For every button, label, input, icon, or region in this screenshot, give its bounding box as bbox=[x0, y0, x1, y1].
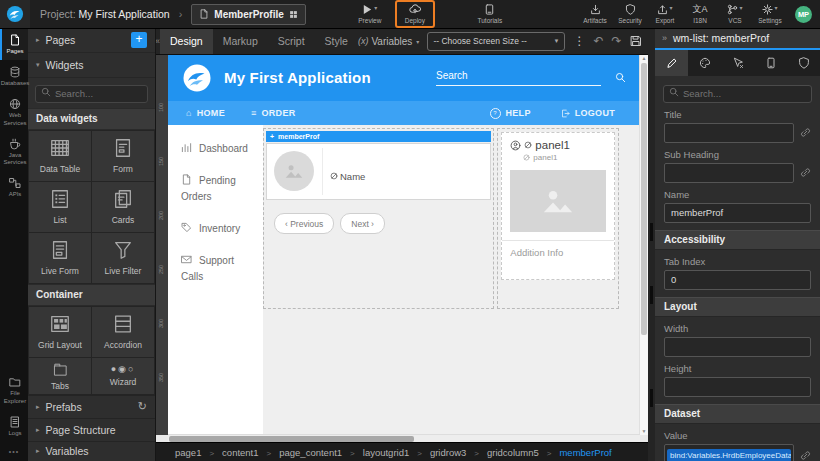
breadcrumb-item[interactable]: content1 bbox=[222, 447, 279, 458]
bind-link-icon[interactable] bbox=[800, 127, 811, 138]
width-input[interactable] bbox=[664, 337, 811, 357]
breadcrumb-item-selected[interactable]: memberProf bbox=[559, 447, 611, 458]
list-field-name[interactable]: Name bbox=[330, 153, 365, 199]
app-search-input[interactable]: Search bbox=[436, 70, 601, 86]
artifacts-button[interactable]: Artifacts bbox=[582, 4, 608, 24]
widget-tile-live-filter[interactable]: Live Filter bbox=[92, 233, 154, 283]
widget-tile-list[interactable]: List bbox=[29, 182, 91, 232]
rail-item-apis[interactable]: APIs bbox=[0, 171, 28, 203]
rail-item-pages[interactable]: Pages bbox=[0, 28, 28, 60]
settings-button[interactable]: ▾ Settings bbox=[757, 4, 783, 24]
tutorials-button[interactable]: Tutorials bbox=[477, 4, 503, 24]
chevron-down-icon[interactable]: ▾ bbox=[739, 4, 742, 11]
breadcrumb-item[interactable]: page1 bbox=[175, 447, 222, 458]
panel-image-placeholder[interactable] bbox=[510, 170, 606, 232]
bind-link-icon[interactable] bbox=[800, 450, 811, 461]
nav-item-order[interactable]: ≡ORDER bbox=[251, 108, 296, 118]
breadcrumb-item[interactable]: page_content1 bbox=[279, 447, 363, 458]
chevron-down-icon[interactable]: ▾ bbox=[669, 4, 672, 11]
sidenav-item-dashboard[interactable]: Dashboard bbox=[181, 141, 255, 157]
widget-tile-data-table[interactable]: Data Table bbox=[29, 131, 91, 181]
memberprof-widget-tag[interactable]: + memberProf bbox=[266, 131, 491, 142]
canvas-vertical-scrollbar[interactable]: ▲ ▼ bbox=[639, 54, 648, 435]
tab-security[interactable] bbox=[787, 50, 820, 76]
pages-section-header[interactable]: ▸ Pages + bbox=[28, 28, 155, 53]
chevron-down-icon[interactable]: ▾ bbox=[374, 4, 377, 11]
panel-header[interactable]: panel1 bbox=[502, 133, 614, 151]
collapse-right-panel-icon[interactable]: » bbox=[662, 33, 667, 43]
grid-column-member-list[interactable]: + memberProf Name ‹ Previou bbox=[263, 128, 494, 309]
image-placeholder[interactable] bbox=[274, 151, 314, 191]
properties-search-input[interactable] bbox=[663, 85, 812, 103]
app-header[interactable]: My First Application Search bbox=[168, 54, 640, 101]
next-button[interactable]: Next › bbox=[340, 213, 385, 234]
i18n-button[interactable]: 文A I18N bbox=[687, 4, 713, 24]
rail-item-logs[interactable]: Logs bbox=[0, 410, 28, 442]
nav-item-logout[interactable]: LOGOUT bbox=[561, 108, 615, 119]
scroll-up-icon[interactable]: ▲ bbox=[640, 54, 648, 62]
widget-tile-grid-layout[interactable]: Grid Layout bbox=[29, 307, 91, 357]
widget-tile-accordion[interactable]: Accordion bbox=[92, 307, 154, 357]
wavemaker-logo[interactable] bbox=[0, 0, 30, 28]
widget-tile-cards[interactable]: Cards bbox=[92, 182, 154, 232]
move-handle-icon[interactable]: + bbox=[270, 133, 274, 140]
value-input[interactable]: bind:Variables.HrdbEmployeeData.data × bbox=[664, 444, 794, 461]
rail-item-file-explorer[interactable]: File Explorer bbox=[0, 370, 28, 409]
previous-button[interactable]: ‹ Previous bbox=[274, 213, 334, 234]
tab-properties[interactable] bbox=[655, 50, 688, 76]
tab-styles[interactable] bbox=[688, 50, 721, 76]
scrollbar-thumb[interactable] bbox=[641, 63, 647, 335]
rail-item-databases[interactable]: Databases bbox=[0, 60, 28, 92]
prefabs-section-header[interactable]: ▸ Prefabs ↻ bbox=[28, 395, 155, 418]
export-button[interactable]: ▾ Export bbox=[652, 4, 678, 24]
tab-design[interactable]: Design bbox=[160, 28, 213, 54]
widget-tile-form[interactable]: Form bbox=[92, 131, 154, 181]
list-item-card[interactable]: Name bbox=[266, 143, 491, 200]
save-icon[interactable] bbox=[630, 35, 642, 47]
redo-icon[interactable]: ↷ bbox=[611, 34, 621, 48]
nav-item-home[interactable]: ⌂HOME bbox=[186, 108, 225, 118]
grid-column-panel[interactable]: panel1 panel1 Addition Info bbox=[497, 128, 619, 309]
variables-menu[interactable]: (x) Variables ▾ bbox=[358, 36, 419, 47]
widget-tile-tabs[interactable]: Tabs bbox=[29, 358, 91, 394]
more-options-icon[interactable]: ••• bbox=[0, 442, 28, 461]
page-structure-section-header[interactable]: ▸ Page Structure bbox=[28, 418, 155, 441]
subheading-input[interactable] bbox=[664, 163, 794, 183]
page-tab-memberprofile[interactable]: MemberProfile bbox=[191, 4, 305, 25]
variables-section-header[interactable]: ▸ Variables bbox=[28, 441, 155, 461]
widget-tile-live-form[interactable]: Live Form bbox=[29, 233, 91, 283]
tab-markup[interactable]: Markup bbox=[213, 28, 268, 54]
preview-button[interactable]: ▾ Preview bbox=[357, 4, 383, 24]
rail-item-java-services[interactable]: Java Services bbox=[0, 132, 28, 171]
tab-events[interactable] bbox=[721, 50, 754, 76]
name-input[interactable] bbox=[664, 203, 811, 223]
sidenav-item-support-calls[interactable]: Support Calls bbox=[181, 253, 255, 285]
tab-style[interactable]: Style bbox=[315, 28, 358, 54]
deploy-button[interactable]: Deploy bbox=[402, 3, 428, 24]
vcs-button[interactable]: ▾ VCS bbox=[722, 4, 748, 24]
widget-tile-wizard[interactable]: ●◉○ Wizard bbox=[92, 358, 154, 394]
search-icon[interactable] bbox=[615, 72, 626, 83]
user-avatar[interactable]: MP bbox=[795, 6, 812, 23]
tab-device[interactable] bbox=[754, 50, 787, 76]
panel-resize-strip[interactable] bbox=[648, 28, 655, 461]
widgets-section-header[interactable]: ▾ Widgets bbox=[28, 53, 155, 78]
breadcrumb-item[interactable]: layoutgrid1 bbox=[363, 447, 430, 458]
widget-search-input[interactable] bbox=[35, 85, 148, 103]
security-button[interactable]: Security bbox=[617, 4, 643, 24]
refresh-icon[interactable]: ↻ bbox=[138, 400, 147, 413]
title-input[interactable] bbox=[664, 123, 794, 143]
breadcrumb-item[interactable]: gridcolumn5 bbox=[487, 447, 559, 458]
tab-script[interactable]: Script bbox=[268, 28, 315, 54]
screen-size-dropdown[interactable]: -- Choose Screen Size -- ▼ bbox=[427, 32, 565, 51]
scroll-down-icon[interactable]: ▼ bbox=[640, 427, 648, 435]
bind-link-icon[interactable] bbox=[800, 167, 811, 178]
sidenav-item-inventory[interactable]: Inventory bbox=[181, 221, 255, 237]
sidenav-item-pending-orders[interactable]: Pending Orders bbox=[181, 173, 255, 205]
app-title[interactable]: My First Application bbox=[224, 69, 371, 86]
panel1-widget[interactable]: panel1 panel1 Addition Info bbox=[501, 132, 615, 280]
undo-icon[interactable]: ↶ bbox=[593, 34, 603, 48]
rail-item-web-services[interactable]: Web Services bbox=[0, 92, 28, 131]
chevron-down-icon[interactable]: ▾ bbox=[774, 4, 777, 11]
add-page-button[interactable]: + bbox=[131, 32, 147, 48]
